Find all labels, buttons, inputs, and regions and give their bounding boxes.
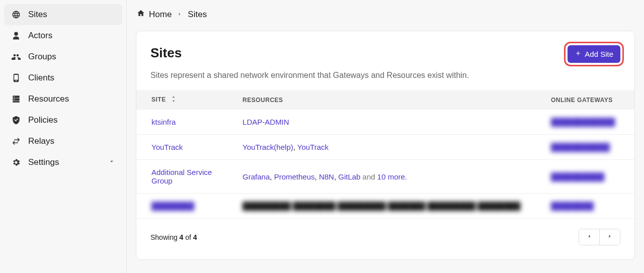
add-site-highlight: Add Site: [568, 45, 620, 63]
gear-icon: [11, 157, 21, 167]
globe-icon: [11, 10, 21, 20]
site-link[interactable]: ████████: [151, 202, 194, 210]
sidebar-item-label: Actors: [28, 31, 52, 41]
table-footer: Showing 4 of 4: [136, 219, 634, 247]
site-link[interactable]: YouTrack: [151, 143, 183, 151]
sidebar-item-label: Sites: [28, 10, 47, 20]
gateway-value: ████████████: [551, 118, 615, 126]
page-subtitle: Sites represent a shared network environ…: [136, 71, 634, 90]
resources-cell: █████████ ████████ █████████ ███████ ███…: [234, 194, 543, 219]
resources-cell: YouTrack(help), YouTrack: [234, 135, 543, 160]
sites-table: SITE RESOURCES ONLINE GATEWAYS ktsinfraL…: [136, 90, 634, 219]
sidebar-item-relays[interactable]: Relays: [4, 131, 122, 152]
table-row: █████████████████ ████████ █████████ ███…: [136, 194, 634, 219]
sidebar-item-sites[interactable]: Sites: [4, 4, 122, 25]
page-prev-button[interactable]: [579, 229, 599, 245]
table-row: ktsinfraLDAP-ADMIN████████████: [136, 110, 634, 135]
page-title: Sites: [150, 45, 182, 61]
sidebar-item-groups[interactable]: Groups: [4, 46, 122, 67]
resource-link[interactable]: Prometheus: [274, 172, 315, 181]
breadcrumb-current: Sites: [188, 10, 207, 20]
col-gateways: ONLINE GATEWAYS: [543, 90, 634, 110]
breadcrumb-home[interactable]: Home: [137, 9, 172, 20]
user-icon: [11, 31, 21, 41]
resource-link[interactable]: YouTrack(help): [243, 143, 293, 151]
sidebar-item-clients[interactable]: Clients: [4, 67, 122, 88]
add-site-label: Add Site: [585, 50, 613, 58]
col-site-label: SITE: [151, 96, 166, 103]
gateway-value: ██████████: [551, 172, 604, 181]
resource-text: ,: [334, 172, 338, 181]
sidebar-item-label: Relays: [28, 136, 54, 146]
breadcrumb: Home Sites: [127, 0, 644, 24]
main-content: Home Sites Sites Add Site Sites: [127, 0, 644, 273]
site-link[interactable]: Additional Service Group: [151, 168, 222, 185]
sidebar-item-policies[interactable]: Policies: [4, 110, 122, 131]
resource-text: ,: [315, 172, 319, 181]
page-next-button[interactable]: [599, 229, 620, 245]
chevron-right-icon: [177, 10, 183, 20]
resource-text: ,: [293, 143, 297, 151]
showing-text: Showing 4 of 4: [150, 233, 197, 241]
gateway-value: ███████████: [551, 143, 610, 151]
col-resources: RESOURCES: [234, 90, 543, 110]
resource-link[interactable]: LDAP-ADMIN: [243, 118, 289, 126]
resource-text: and: [360, 172, 377, 181]
chevron-down-icon: [108, 157, 115, 167]
table-row: Additional Service GroupGrafana, Prometh…: [136, 160, 634, 194]
phone-icon: [11, 73, 21, 83]
home-icon: [137, 9, 145, 20]
sidebar-item-resources[interactable]: Resources: [4, 88, 122, 110]
shield-icon: [11, 115, 21, 125]
resources-cell: Grafana, Prometheus, N8N, GitLab and 10 …: [234, 160, 543, 194]
breadcrumb-home-label: Home: [149, 10, 172, 20]
resource-link[interactable]: GitLab: [338, 172, 360, 181]
sidebar-item-label: Clients: [28, 73, 54, 83]
col-site[interactable]: SITE: [136, 90, 234, 110]
plus-icon: [575, 50, 582, 58]
sidebar-item-label: Resources: [28, 94, 69, 104]
pager: [579, 229, 620, 245]
swap-icon: [11, 136, 21, 146]
sidebar-item-actors[interactable]: Actors: [4, 25, 122, 46]
resource-link[interactable]: N8N: [319, 172, 334, 181]
resource-link[interactable]: YouTrack: [297, 143, 329, 151]
resource-text: ,: [270, 172, 274, 181]
gateway-value: ████████: [551, 202, 594, 210]
resource-link[interactable]: Grafana: [243, 172, 270, 181]
sidebar-item-label: Settings: [28, 157, 59, 167]
sidebar-item-label: Policies: [28, 115, 58, 125]
sidebar: Sites Actors Groups Clients Resources: [0, 0, 127, 273]
site-link[interactable]: ktsinfra: [151, 118, 176, 126]
sidebar-item-settings[interactable]: Settings: [4, 152, 122, 173]
resource-text: █████████ ████████ █████████ ███████ ███…: [243, 202, 520, 210]
sidebar-item-label: Groups: [28, 52, 56, 62]
server-icon: [11, 94, 21, 104]
sort-icon: [171, 96, 176, 104]
resource-link[interactable]: 10 more.: [377, 172, 407, 181]
users-icon: [11, 52, 21, 62]
sites-card: Sites Add Site Sites represent a shared …: [136, 31, 635, 260]
add-site-button[interactable]: Add Site: [568, 45, 620, 63]
resources-cell: LDAP-ADMIN: [234, 110, 543, 135]
table-row: YouTrackYouTrack(help), YouTrack████████…: [136, 135, 634, 160]
